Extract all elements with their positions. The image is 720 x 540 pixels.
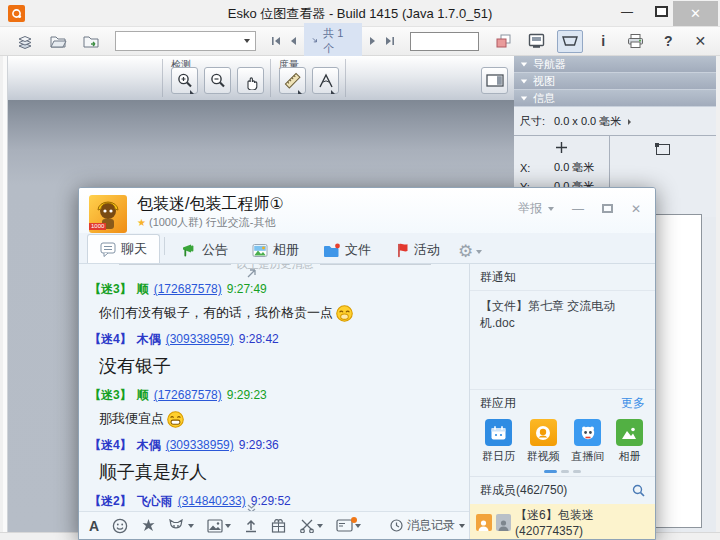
navigator-panel-header[interactable]: 导航器 [514, 56, 716, 73]
chat-sidebar: 群通知 【文件】第七章 交流电动机.doc 群应用 更多 群日历 群视频 直播间… [469, 264, 655, 540]
ruler-tool[interactable] [279, 67, 306, 94]
message-history-button[interactable]: 消息记录 [390, 517, 465, 534]
toggle-panel-button[interactable] [481, 67, 508, 94]
member-avatar [476, 514, 492, 531]
size-label: 尺寸: [520, 114, 548, 129]
maximize-button[interactable] [655, 6, 668, 17]
chevron-down-icon [521, 79, 527, 83]
gift-button[interactable] [271, 518, 286, 533]
collapse-sidebar-button[interactable] [246, 268, 257, 279]
crosshair-icon [555, 141, 568, 154]
calendar-icon [485, 419, 512, 446]
compare-colors-button[interactable] [491, 30, 516, 53]
report-button[interactable]: 举报 [518, 200, 554, 217]
pan-tool[interactable] [237, 67, 264, 94]
snicker-emoji [336, 305, 353, 322]
layers-button[interactable] [12, 30, 37, 53]
caliper-tool[interactable] [312, 67, 339, 94]
member-name: 飞心雨 [137, 493, 173, 510]
message-time: 9:27:49 [227, 282, 267, 296]
close-button[interactable]: ✕ [673, 1, 718, 26]
member-level-badge: 【迷3】 [89, 281, 132, 298]
member-name: 木偶 [137, 437, 161, 454]
member-name-text: 【迷6】包装迷(420774357) [515, 507, 649, 538]
group-notice-item[interactable]: 【文件】第七章 交流电动机.doc [470, 291, 655, 339]
tab-activity[interactable]: 活动 [383, 237, 452, 263]
group-avatar[interactable]: 1000 [89, 195, 127, 233]
close-document-button[interactable]: ✕ [688, 30, 713, 53]
app-video[interactable]: 群视频 [527, 419, 560, 464]
member-capacity-badge: 1000 [89, 223, 106, 230]
info-panel-header[interactable]: 信息 [514, 90, 716, 107]
emoji-button[interactable] [112, 518, 128, 534]
magic-emoticon-button[interactable] [169, 519, 194, 533]
member-uid-link[interactable]: (172687578) [154, 282, 222, 296]
app-live-room[interactable]: 直播间 [571, 419, 604, 464]
chevron-down-icon [521, 62, 527, 66]
apps-pagination-dots[interactable] [470, 466, 655, 476]
filter-input[interactable] [410, 32, 480, 51]
open-file-button[interactable] [45, 30, 70, 53]
search-icon[interactable] [632, 484, 645, 497]
more-apps-link[interactable]: 更多 [621, 395, 645, 412]
dropdown-corner [331, 86, 335, 94]
help-button[interactable]: ? [656, 30, 681, 53]
viewer-bed-button[interactable] [557, 30, 582, 53]
message-list: 以上是历史消息 【迷3】顺(172687578)9:27:49 你们有没有银子，… [79, 264, 471, 513]
member-list-item[interactable]: 【迷6】包装迷(420774357) [470, 504, 655, 540]
size-value: 0.0 x 0.0 毫米 [554, 114, 621, 129]
group-apps-header: 群应用 [480, 395, 516, 412]
screenshot-button[interactable] [299, 519, 323, 533]
tab-album[interactable]: 相册 [240, 237, 311, 263]
chevron-down-icon [476, 250, 482, 254]
page-corner-icon [312, 37, 319, 45]
window-shake-button[interactable] [141, 518, 156, 533]
anonymous-card-button[interactable] [336, 519, 361, 532]
chevron-down-icon [188, 524, 194, 528]
tab-chat[interactable]: 聊天 [87, 234, 160, 263]
chat-close-button[interactable]: ✕ [631, 202, 641, 216]
chat-maximize-button[interactable] [602, 204, 613, 213]
upload-file-button[interactable] [244, 518, 258, 533]
chat-settings-button[interactable]: ⚙ [458, 243, 482, 263]
previous-page-button[interactable] [288, 36, 298, 46]
member-uid-link[interactable]: (309338959) [166, 438, 234, 452]
flag-icon [395, 242, 409, 258]
group-apps-row: 群日历 群视频 直播间 相册 [470, 414, 655, 466]
member-uid-link[interactable]: (172687578) [154, 388, 222, 402]
tab-files[interactable]: 文件 [311, 237, 383, 263]
send-image-button[interactable] [207, 519, 231, 533]
x-label: X: [520, 162, 548, 174]
app-album[interactable]: 相册 [616, 419, 643, 464]
display-settings-button[interactable] [524, 30, 549, 53]
export-button[interactable] [78, 30, 103, 53]
minimize-button[interactable]: — [614, 0, 640, 26]
view-panel-header[interactable]: 视图 [514, 73, 716, 90]
chevron-down-icon [548, 207, 554, 211]
chat-message: 【迷4】木偶(309338959)9:28:42 没有银子 [89, 331, 461, 378]
zoom-out-tool[interactable] [204, 67, 231, 94]
next-page-button[interactable] [368, 36, 378, 46]
chat-message: 【迷3】顺(172687578)9:29:23 那我便宜点 [89, 387, 461, 428]
clock-icon [390, 519, 403, 532]
dropdown-corner [190, 86, 194, 94]
member-uid-link[interactable]: (314840233) [178, 494, 246, 508]
font-style-button[interactable]: A [89, 518, 99, 534]
print-button[interactable] [623, 30, 648, 53]
view-select-combobox[interactable] [115, 31, 256, 51]
chat-minimize-button[interactable]: — [572, 202, 584, 216]
info-button[interactable]: i [591, 30, 616, 53]
group-subtitle: ★ (1000人群) 行业交流-其他 [137, 215, 276, 230]
message-text: 没有银子 [99, 354, 461, 378]
first-page-button[interactable] [270, 36, 282, 46]
member-uid-link[interactable]: (309338959) [166, 332, 234, 346]
tab-announcement[interactable]: 公告 [169, 237, 240, 263]
zoom-in-tool[interactable] [171, 67, 198, 94]
last-page-button[interactable] [384, 36, 396, 46]
member-name: 木偶 [137, 331, 161, 348]
star-icon[interactable]: ★ [137, 217, 146, 228]
speech-bubble-icon [100, 242, 116, 257]
expand-arrow-icon[interactable] [627, 118, 632, 126]
notification-dot [351, 517, 357, 523]
app-calendar[interactable]: 群日历 [482, 419, 515, 464]
